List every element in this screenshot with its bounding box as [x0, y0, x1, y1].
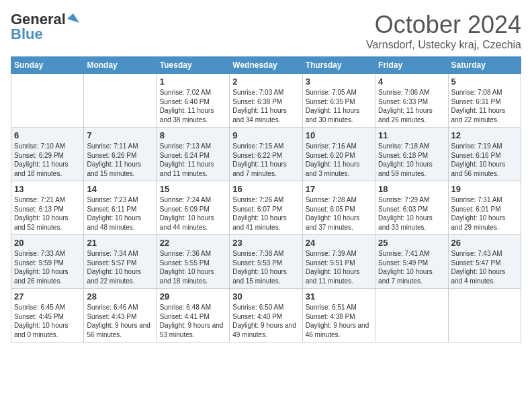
logo: General Blue [11, 11, 79, 43]
day-number: 8 [160, 130, 226, 140]
title-block: October 2024 Varnsdorf, Ustecky kraj, Cz… [366, 11, 521, 51]
logo-bird-icon [67, 12, 79, 24]
day-number: 18 [378, 184, 445, 194]
calendar-cell: 27Sunrise: 6:45 AM Sunset: 4:45 PM Dayli… [11, 289, 84, 342]
calendar-cell: 26Sunrise: 7:43 AM Sunset: 5:47 PM Dayli… [448, 235, 521, 289]
calendar-cell: 19Sunrise: 7:31 AM Sunset: 6:01 PM Dayli… [448, 181, 521, 235]
calendar-cell [84, 74, 157, 128]
calendar-cell: 15Sunrise: 7:24 AM Sunset: 6:09 PM Dayli… [157, 181, 229, 235]
calendar-cell: 13Sunrise: 7:21 AM Sunset: 6:13 PM Dayli… [11, 181, 84, 235]
cell-content: Sunrise: 6:48 AM Sunset: 4:41 PM Dayligh… [160, 303, 226, 339]
calendar-cell: 11Sunrise: 7:18 AM Sunset: 6:18 PM Dayli… [375, 128, 448, 181]
day-number: 7 [87, 130, 153, 140]
cell-content: Sunrise: 7:36 AM Sunset: 5:55 PM Dayligh… [160, 249, 226, 285]
day-header-friday: Friday [375, 57, 448, 74]
svg-marker-0 [67, 13, 79, 23]
cell-content: Sunrise: 6:51 AM Sunset: 4:38 PM Dayligh… [306, 303, 372, 339]
day-number: 19 [451, 184, 518, 194]
calendar-cell: 29Sunrise: 6:48 AM Sunset: 4:41 PM Dayli… [157, 289, 229, 342]
week-row-5: 27Sunrise: 6:45 AM Sunset: 4:45 PM Dayli… [11, 289, 521, 342]
day-number: 25 [378, 238, 445, 248]
day-header-sunday: Sunday [11, 57, 84, 74]
calendar-cell: 18Sunrise: 7:29 AM Sunset: 6:03 PM Dayli… [375, 181, 448, 235]
day-number: 15 [160, 184, 226, 194]
calendar-cell: 23Sunrise: 7:38 AM Sunset: 5:53 PM Dayli… [230, 235, 302, 289]
cell-content: Sunrise: 7:33 AM Sunset: 5:59 PM Dayligh… [14, 249, 81, 285]
cell-content: Sunrise: 7:05 AM Sunset: 6:35 PM Dayligh… [306, 88, 372, 124]
week-row-2: 6Sunrise: 7:10 AM Sunset: 6:29 PM Daylig… [11, 128, 521, 181]
day-header-saturday: Saturday [448, 57, 521, 74]
cell-content: Sunrise: 7:18 AM Sunset: 6:18 PM Dayligh… [378, 142, 445, 178]
calendar-cell: 16Sunrise: 7:26 AM Sunset: 6:07 PM Dayli… [230, 181, 302, 235]
calendar-cell: 4Sunrise: 7:06 AM Sunset: 6:33 PM Daylig… [375, 74, 448, 128]
cell-content: Sunrise: 7:19 AM Sunset: 6:16 PM Dayligh… [451, 142, 518, 178]
calendar-cell: 5Sunrise: 7:08 AM Sunset: 6:31 PM Daylig… [448, 74, 521, 128]
calendar-cell: 21Sunrise: 7:34 AM Sunset: 5:57 PM Dayli… [84, 235, 157, 289]
calendar-cell: 6Sunrise: 7:10 AM Sunset: 6:29 PM Daylig… [11, 128, 84, 181]
cell-content: Sunrise: 7:06 AM Sunset: 6:33 PM Dayligh… [378, 88, 445, 124]
cell-content: Sunrise: 7:15 AM Sunset: 6:22 PM Dayligh… [232, 142, 299, 178]
calendar-cell: 31Sunrise: 6:51 AM Sunset: 4:38 PM Dayli… [302, 289, 375, 342]
cell-content: Sunrise: 7:24 AM Sunset: 6:09 PM Dayligh… [160, 195, 226, 232]
day-number: 2 [232, 77, 299, 87]
cell-content: Sunrise: 7:16 AM Sunset: 6:20 PM Dayligh… [306, 142, 372, 178]
calendar-cell: 3Sunrise: 7:05 AM Sunset: 6:35 PM Daylig… [302, 74, 375, 128]
cell-content: Sunrise: 7:08 AM Sunset: 6:31 PM Dayligh… [451, 88, 518, 124]
calendar-cell: 30Sunrise: 6:50 AM Sunset: 4:40 PM Dayli… [230, 289, 302, 342]
calendar-cell [11, 74, 84, 128]
day-number: 29 [160, 291, 226, 302]
day-number: 1 [160, 77, 226, 87]
calendar-table: SundayMondayTuesdayWednesdayThursdayFrid… [11, 56, 521, 342]
day-number: 6 [14, 130, 81, 140]
calendar-cell: 20Sunrise: 7:33 AM Sunset: 5:59 PM Dayli… [11, 235, 84, 289]
day-number: 21 [87, 238, 153, 248]
day-number: 14 [87, 184, 153, 194]
day-number: 13 [14, 184, 81, 194]
cell-content: Sunrise: 7:21 AM Sunset: 6:13 PM Dayligh… [14, 195, 81, 232]
week-row-3: 13Sunrise: 7:21 AM Sunset: 6:13 PM Dayli… [11, 181, 521, 235]
day-number: 16 [232, 184, 299, 194]
day-number: 22 [160, 238, 226, 248]
day-number: 28 [87, 291, 153, 302]
day-number: 5 [451, 77, 518, 87]
week-row-1: 1Sunrise: 7:02 AM Sunset: 6:40 PM Daylig… [11, 74, 521, 128]
cell-content: Sunrise: 7:34 AM Sunset: 5:57 PM Dayligh… [87, 249, 153, 285]
cell-content: Sunrise: 7:23 AM Sunset: 6:11 PM Dayligh… [87, 195, 153, 232]
location: Varnsdorf, Ustecky kraj, Czechia [366, 39, 521, 51]
calendar-cell: 1Sunrise: 7:02 AM Sunset: 6:40 PM Daylig… [157, 74, 229, 128]
day-number: 10 [306, 130, 372, 140]
cell-content: Sunrise: 6:50 AM Sunset: 4:40 PM Dayligh… [232, 303, 299, 339]
cell-content: Sunrise: 6:46 AM Sunset: 4:43 PM Dayligh… [87, 303, 153, 339]
cell-content: Sunrise: 7:26 AM Sunset: 6:07 PM Dayligh… [232, 195, 299, 232]
cell-content: Sunrise: 7:02 AM Sunset: 6:40 PM Dayligh… [160, 88, 226, 124]
calendar-cell: 28Sunrise: 6:46 AM Sunset: 4:43 PM Dayli… [84, 289, 157, 342]
day-number: 27 [14, 291, 81, 302]
logo-blue: Blue [11, 26, 43, 43]
day-number: 26 [451, 238, 518, 248]
calendar-cell [448, 289, 521, 342]
calendar-cell: 8Sunrise: 7:13 AM Sunset: 6:24 PM Daylig… [157, 128, 229, 181]
calendar-cell: 17Sunrise: 7:28 AM Sunset: 6:05 PM Dayli… [302, 181, 375, 235]
calendar-cell: 12Sunrise: 7:19 AM Sunset: 6:16 PM Dayli… [448, 128, 521, 181]
calendar-cell: 14Sunrise: 7:23 AM Sunset: 6:11 PM Dayli… [84, 181, 157, 235]
calendar-cell: 10Sunrise: 7:16 AM Sunset: 6:20 PM Dayli… [302, 128, 375, 181]
cell-content: Sunrise: 7:28 AM Sunset: 6:05 PM Dayligh… [306, 195, 372, 232]
cell-content: Sunrise: 7:11 AM Sunset: 6:26 PM Dayligh… [87, 142, 153, 178]
calendar-cell: 7Sunrise: 7:11 AM Sunset: 6:26 PM Daylig… [84, 128, 157, 181]
day-number: 4 [378, 77, 445, 87]
day-number: 24 [306, 238, 372, 248]
cell-content: Sunrise: 7:41 AM Sunset: 5:49 PM Dayligh… [378, 249, 445, 285]
calendar-header-row: SundayMondayTuesdayWednesdayThursdayFrid… [11, 57, 521, 74]
day-number: 12 [451, 130, 518, 140]
cell-content: Sunrise: 7:38 AM Sunset: 5:53 PM Dayligh… [232, 249, 299, 285]
day-number: 23 [232, 238, 299, 248]
cell-content: Sunrise: 7:39 AM Sunset: 5:51 PM Dayligh… [306, 249, 372, 285]
cell-content: Sunrise: 7:13 AM Sunset: 6:24 PM Dayligh… [160, 142, 226, 178]
day-header-thursday: Thursday [302, 57, 375, 74]
day-header-monday: Monday [84, 57, 157, 74]
day-header-tuesday: Tuesday [157, 57, 229, 74]
day-number: 30 [232, 291, 299, 302]
day-number: 17 [306, 184, 372, 194]
day-number: 11 [378, 130, 445, 140]
calendar-cell: 22Sunrise: 7:36 AM Sunset: 5:55 PM Dayli… [157, 235, 229, 289]
